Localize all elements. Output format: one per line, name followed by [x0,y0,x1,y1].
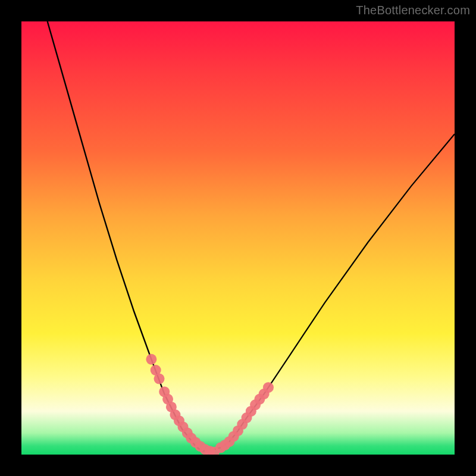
curve-left-path [48,21,203,451]
marker-layer-right [215,382,274,453]
curve-layer [48,21,455,451]
chart-svg [21,21,455,455]
plot-area [21,21,455,455]
curve-marker [154,374,165,384]
marker-layer [146,354,220,455]
curve-right-path [203,134,455,451]
curve-marker [263,382,274,393]
outer-frame: TheBottlenecker.com [0,0,476,476]
curve-marker [146,354,156,365]
watermark-text: TheBottlenecker.com [356,4,470,17]
